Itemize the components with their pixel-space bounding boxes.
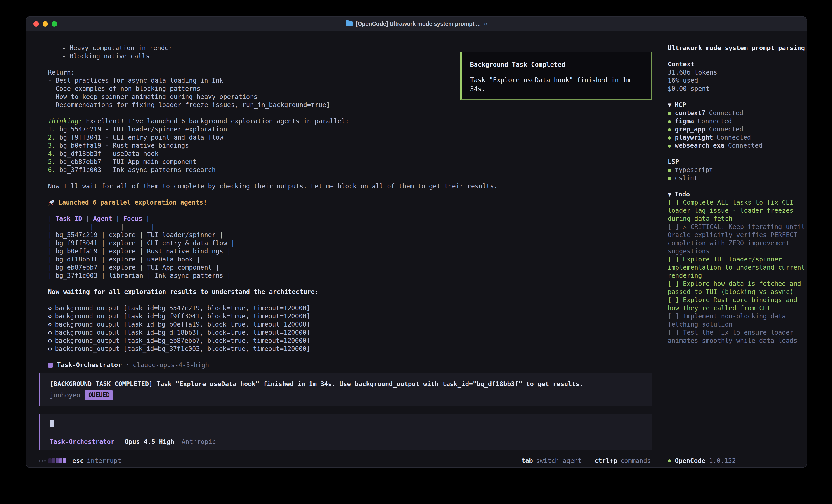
agent-status-line: Task-Orchestrator·claude-opus-4-5-high [48,361,658,369]
status-dot-icon [668,177,671,180]
todo-item: [ ] Explore Rust core bindings and how t… [668,296,805,312]
app-version-footer: OpenCode 1.0.152 [668,456,805,465]
tab-key-hint: tab [521,457,533,464]
context-used: 16% used [668,76,805,84]
terminal-window: [OpenCode] Ultrawork mode system prompt … [26,16,807,468]
table-separator: |----------|-------|-------| [48,223,658,231]
collapse-caret-icon[interactable]: ▼ [668,191,672,198]
tool-call: ⚙background_output [task_id=bg_37f1c003,… [48,344,658,353]
agent-list-item: 3. bg_b0effa19 - Rust native bindings [48,141,658,149]
status-dot-icon [668,459,671,462]
ctrlp-key-label: commands [620,457,651,464]
status-dot-icon [668,112,671,115]
gear-icon: ⚙ [48,320,52,328]
transcript-line: Now I'll wait for all of them to complet… [48,182,658,190]
table-row: | bg_df18bb3f | explore | useData hook | [48,255,658,263]
context-heading: Context [668,60,805,68]
agent-model: claude-opus-4-5-high [133,361,209,368]
agent-list-item: 6. bg_37f1c003 - Ink async patterns rese… [48,166,658,174]
activity-dots-icon [39,460,46,461]
status-circle-icon: ○ [484,21,487,27]
status-dot-icon [668,120,671,123]
todo-item: [ ] Implement non-blocking data fetching… [668,312,805,328]
tool-call: ⚙background_output [task_id=bg_5547c219,… [48,304,658,312]
notification-body: Task "Explore useData hook" finished in … [470,76,643,93]
tool-call: ⚙background_output [task_id=bg_f9ff3041,… [48,312,658,320]
ctrlp-key-hint: ctrl+p [594,457,617,464]
todo-item: [ ] ⚠ CRITICAL: Keep iterating until Ora… [668,223,805,255]
input-meta: Task-Orchestrator Opus 4.5 High Anthropi… [50,438,642,446]
message-user: junhoyeo [50,391,80,400]
tool-call: ⚙background_output [task_id=bg_df18bb3f,… [48,328,658,336]
rocket-icon [48,199,55,206]
todo-item: [ ] Explore how data is fetched and pass… [668,280,805,296]
status-dot-icon [668,169,671,172]
agent-list-item: 4. bg_df18bb3f - useData hook [48,149,658,158]
tab-key-label: switch agent [536,457,582,464]
table-header: |Task ID|Agent|Focus| [48,215,658,223]
status-dot-icon [668,128,671,132]
input-model-label: Opus 4.5 High [125,438,174,445]
agent-name: Task-Orchestrator [57,361,122,368]
status-bar: escinterrupt tabswitch agent ctrl+pcomma… [26,456,658,468]
mcp-item: context7Connected [668,109,805,117]
main-pane: Background Task Completed Task "Explore … [26,31,658,468]
tool-call: ⚙background_output [task_id=bg_b0effa19,… [48,320,658,328]
waiting-heading: Now waiting for all exploration results … [48,288,658,296]
agent-list-item: 5. bg_eb87ebb7 - TUI App main component [48,158,658,166]
app-version: 1.0.152 [709,456,736,465]
transcript-line: - Heavy computation in render [48,44,658,52]
gear-icon: ⚙ [48,329,52,336]
queued-badge: QUEUED [85,390,113,400]
gear-icon: ⚙ [48,304,52,312]
input-provider-label: Anthropic [182,438,216,445]
gear-icon: ⚙ [48,345,52,352]
table-row: | bg_eb87ebb7 | explore | TUI App compon… [48,263,658,272]
lsp-item: typescript [668,166,805,174]
background-task-notification: Background Task Completed Task "Explore … [460,52,651,100]
context-tokens: 31,686 tokens [668,68,805,76]
agent-list-item: 2. bg_f9ff3041 - CLI entry point and dat… [48,133,658,141]
todo-item: [ ] Complete ALL tasks to fix CLI loader… [668,198,805,223]
sidebar: Ultrawork mode system prompt parsing Con… [658,31,807,468]
notification-title: Background Task Completed [470,60,643,69]
background-task-message: [BACKGROUND TASK COMPLETED] Task "Explor… [39,373,651,406]
mcp-item: figmaConnected [668,117,805,125]
gear-icon: ⚙ [48,337,52,344]
session-title: Ultrawork mode system prompt parsing [668,44,805,52]
window-title-text: [OpenCode] Ultrawork mode system prompt … [356,21,480,27]
warning-icon: ⚠ [683,223,687,230]
prompt-input[interactable]: Task-Orchestrator Opus 4.5 High Anthropi… [39,414,651,450]
titlebar: [OpenCode] Ultrawork mode system prompt … [26,17,807,31]
lsp-heading: LSP [668,158,805,166]
status-dot-icon [668,136,671,140]
thinking-line: Thinking: Excellent! I've launched 6 bac… [48,117,658,125]
app-name: OpenCode [675,456,705,465]
window-content: Background Task Completed Task "Explore … [26,31,807,468]
launch-banner-text: Launched 6 parallel exploration agents! [58,198,207,206]
context-spent: $0.00 spent [668,84,805,92]
folder-icon [346,21,353,26]
agent-list-item: 1. bg_5547c219 - TUI loader/spinner expl… [48,125,658,133]
tool-call: ⚙background_output [task_id=bg_eb87ebb7,… [48,336,658,344]
esc-key-label: interrupt [87,457,122,464]
input-cursor-line[interactable] [50,420,642,428]
todo-item: [ ] Explore TUI loader/spinner implement… [668,255,805,280]
todo-item: [ ] Test the fix to ensure loader animat… [668,328,805,344]
todo-heading: ▼Todo [668,190,805,198]
progress-spinner-icon [48,458,66,463]
lsp-item: eslint [668,174,805,182]
collapse-caret-icon[interactable]: ▼ [668,101,672,108]
orchestrator-icon [48,363,53,368]
mcp-item: playwrightConnected [668,133,805,141]
mcp-heading: ▼MCP [668,101,805,109]
mcp-item: grep_appConnected [668,125,805,133]
table-row: | bg_5547c219 | explore | TUI loader/spi… [48,231,658,239]
text-cursor-icon [50,420,54,427]
screen: [OpenCode] Ultrawork mode system prompt … [0,0,832,504]
launch-banner: Launched 6 parallel exploration agents! [48,198,658,206]
transcript-line: - Recommendations for fixing loader free… [48,101,658,109]
message-text: [BACKGROUND TASK COMPLETED] Task "Explor… [50,380,642,388]
input-agent-label: Task-Orchestrator [50,438,114,445]
gear-icon: ⚙ [48,312,52,320]
